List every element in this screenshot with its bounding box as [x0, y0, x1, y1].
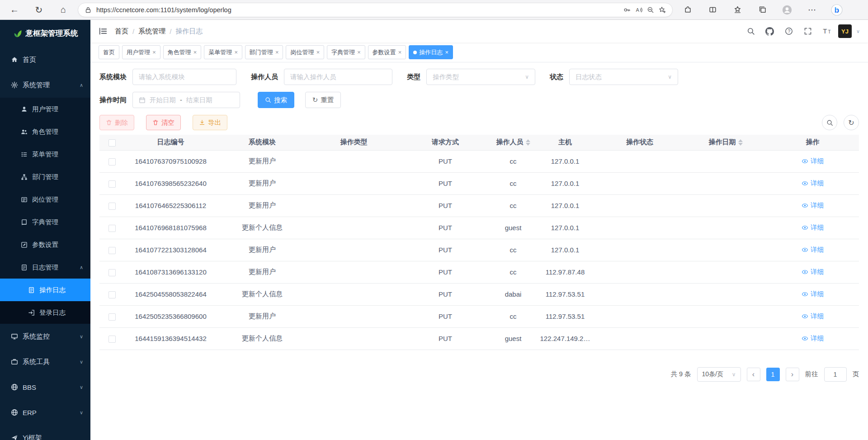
add-favorite-star-icon[interactable]	[659, 6, 666, 14]
date-range-picker[interactable]: 开始日期 - 结束日期	[132, 92, 240, 108]
read-aloud-icon[interactable]: A	[635, 6, 642, 14]
tab-close-icon[interactable]: ×	[152, 49, 156, 55]
row-checkbox[interactable]	[108, 225, 116, 232]
detail-link[interactable]: 详细	[802, 179, 824, 188]
tab-close-icon[interactable]: ×	[275, 49, 279, 55]
sidebar-item-erp[interactable]: ERP ∨	[0, 400, 90, 425]
reset-button[interactable]: ↻ 重置	[305, 92, 341, 108]
sidebar-item-log-mgmt[interactable]: 日志管理 ∧	[0, 256, 90, 279]
tab-post-mgmt[interactable]: 岗位管理×	[286, 45, 324, 59]
address-bar[interactable]: https://ccnetcore.com:1101/system/log/op…	[78, 3, 673, 17]
tab-home[interactable]: 首页	[99, 45, 119, 59]
sidebar-item-yi-framework[interactable]: Yi框架	[0, 425, 90, 440]
sidebar-item-role-mgmt[interactable]: 角色管理	[0, 120, 90, 143]
clear-button[interactable]: 清空	[146, 115, 181, 130]
page-size-select[interactable]: 10条/页 ∨	[697, 367, 741, 382]
sort-icon[interactable]	[738, 139, 743, 146]
collapse-sidebar-icon[interactable]	[99, 27, 108, 36]
sidebar-item-system-monitor[interactable]: 系统监控 ∨	[0, 324, 90, 349]
sidebar-item-param-settings[interactable]: 参数设置	[0, 233, 90, 256]
fullscreen-icon[interactable]	[800, 24, 816, 39]
refresh-table-button[interactable]: ↻	[844, 115, 859, 130]
tab-close-icon[interactable]: ×	[445, 49, 448, 55]
sort-icon[interactable]	[526, 139, 530, 146]
tab-close-icon[interactable]: ×	[398, 49, 402, 55]
tab-operation-log[interactable]: 操作日志×	[409, 45, 453, 59]
tab-param-settings[interactable]: 参数设置×	[368, 45, 406, 59]
select-all-checkbox[interactable]	[108, 139, 116, 147]
module-input[interactable]	[132, 69, 236, 85]
sidebar-item-system-tools[interactable]: 系统工具 ∨	[0, 349, 90, 374]
detail-link[interactable]: 详细	[802, 334, 824, 343]
sidebar-item-menu-mgmt[interactable]: 菜单管理	[0, 143, 90, 166]
row-checkbox[interactable]	[108, 180, 116, 188]
next-page-button[interactable]: ›	[786, 368, 799, 381]
breadcrumb-home[interactable]: 首页	[115, 27, 128, 36]
tab-role-mgmt[interactable]: 角色管理×	[163, 45, 202, 59]
export-button[interactable]: 导出	[193, 115, 227, 130]
sidebar-item-home[interactable]: 首页	[0, 47, 90, 72]
collections-icon[interactable]	[752, 2, 772, 18]
tab-close-icon[interactable]: ×	[316, 49, 320, 55]
browser-back-icon[interactable]: ←	[5, 2, 24, 18]
app-logo[interactable]: 意框架管理系统	[0, 20, 90, 47]
page-number-1[interactable]: 1	[766, 368, 780, 381]
tab-menu-mgmt[interactable]: 菜单管理×	[204, 45, 242, 59]
sidebar-item-system[interactable]: 系统管理 ∧	[0, 72, 90, 98]
search-button[interactable]: 搜索	[258, 92, 294, 108]
row-checkbox[interactable]	[108, 203, 116, 210]
status-select[interactable]: 日志状态 ∨	[569, 69, 678, 85]
row-checkbox[interactable]	[108, 291, 116, 298]
detail-link[interactable]: 详细	[802, 290, 824, 298]
sidebar-item-dept-mgmt[interactable]: 部门管理	[0, 166, 90, 188]
sidebar-item-operation-log[interactable]: 操作日志	[0, 279, 90, 301]
goto-page-input[interactable]	[824, 367, 847, 382]
toggle-search-button[interactable]	[822, 115, 837, 130]
prev-page-button[interactable]: ‹	[747, 368, 760, 381]
delete-button[interactable]: 删除	[99, 115, 134, 130]
row-checkbox[interactable]	[108, 313, 116, 321]
breadcrumb-system[interactable]: 系统管理	[138, 27, 165, 36]
zoom-out-icon[interactable]	[647, 6, 654, 14]
sidebar-item-user-mgmt[interactable]: 用户管理	[0, 98, 90, 120]
avatar-dropdown-caret-icon[interactable]: ∨	[856, 28, 860, 34]
password-key-icon[interactable]	[623, 6, 631, 14]
tab-dict-mgmt[interactable]: 字典管理×	[327, 45, 365, 59]
split-screen-icon[interactable]	[703, 2, 722, 18]
detail-link[interactable]: 详细	[802, 201, 824, 210]
row-checkbox[interactable]	[108, 158, 116, 166]
detail-link[interactable]: 详细	[802, 223, 824, 232]
browser-profile-avatar[interactable]	[777, 2, 797, 18]
font-size-icon[interactable]: TT	[819, 24, 835, 39]
browser-refresh-icon[interactable]: ↻	[29, 2, 49, 18]
row-checkbox[interactable]	[108, 269, 116, 276]
tab-dept-mgmt[interactable]: 部门管理×	[245, 45, 283, 59]
tab-close-icon[interactable]: ×	[234, 49, 238, 55]
tab-user-mgmt[interactable]: 用户管理×	[122, 45, 160, 59]
github-icon[interactable]	[762, 24, 778, 39]
browser-more-icon[interactable]: ⋯	[802, 2, 822, 18]
sidebar-item-login-log[interactable]: 登录日志	[0, 301, 90, 324]
user-avatar[interactable]: YJ	[838, 24, 852, 38]
detail-link[interactable]: 详细	[802, 268, 824, 276]
tab-close-icon[interactable]: ×	[357, 49, 361, 55]
type-select[interactable]: 操作类型 ∨	[426, 69, 535, 85]
tab-close-icon[interactable]: ×	[193, 49, 197, 55]
bing-icon[interactable]: b	[827, 2, 847, 18]
detail-link[interactable]: 详细	[802, 312, 824, 321]
column-operator[interactable]: 操作人员	[491, 135, 536, 150]
browser-home-icon[interactable]: ⌂	[53, 2, 73, 18]
row-checkbox[interactable]	[108, 336, 116, 343]
extensions-icon[interactable]	[678, 2, 698, 18]
sidebar-item-dict-mgmt[interactable]: 字典管理	[0, 211, 90, 233]
search-icon[interactable]	[743, 24, 759, 39]
sidebar-item-bbs[interactable]: BBS ∨	[0, 374, 90, 400]
help-icon[interactable]: ?	[781, 24, 797, 39]
column-date[interactable]: 操作日期	[685, 135, 766, 150]
operator-input[interactable]	[284, 69, 392, 85]
favorites-bar-icon[interactable]	[727, 2, 747, 18]
detail-link[interactable]: 详细	[802, 246, 824, 254]
sidebar-item-post-mgmt[interactable]: 岗位管理	[0, 188, 90, 211]
row-checkbox[interactable]	[108, 247, 116, 254]
detail-link[interactable]: 详细	[802, 157, 824, 166]
